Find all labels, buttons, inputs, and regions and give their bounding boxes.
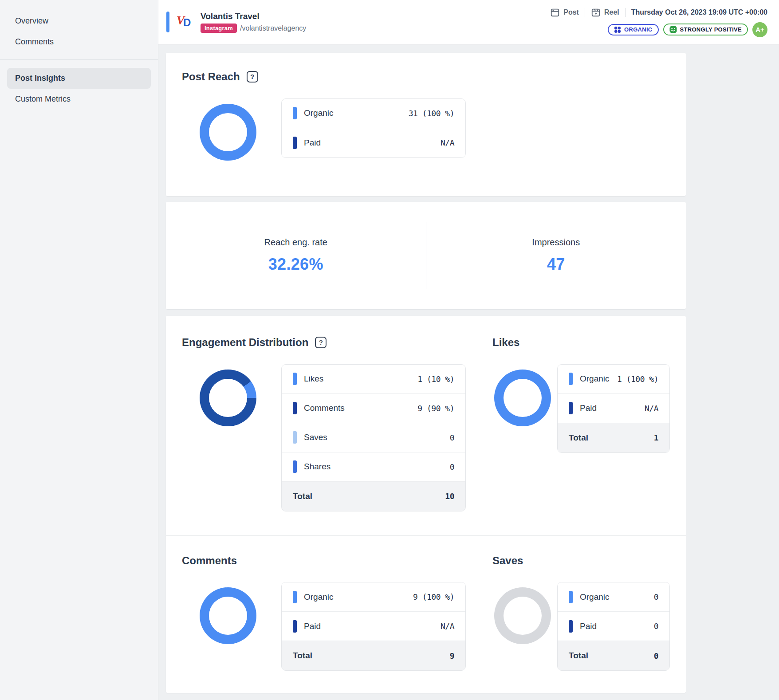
metric-label: Reach eng. rate bbox=[166, 237, 426, 248]
post-header: V D Volantis Travel Instagram /volantist… bbox=[158, 0, 779, 45]
saves-marker-icon bbox=[293, 431, 297, 444]
positive-sentiment-icon bbox=[669, 26, 677, 33]
likes-legend: Organic 1 (100 %) Paid N/A Total bbox=[557, 364, 670, 453]
likes-title: Likes bbox=[492, 336, 519, 349]
sentiment-badge-label: STRONGLY POSITIVE bbox=[680, 26, 742, 33]
organic-badge-label: ORGANIC bbox=[624, 26, 653, 33]
legend-row-paid: Paid 0 bbox=[558, 612, 669, 641]
post-timestamp: Thursday Oct 26, 2023 19:09 UTC +00:00 bbox=[631, 8, 767, 16]
saves-legend: Organic 0 Paid 0 Total bbox=[557, 582, 670, 671]
impressions-metric: Impressions 47 bbox=[426, 237, 686, 274]
network-badge: Instagram bbox=[201, 24, 237, 33]
paid-marker-icon bbox=[569, 402, 573, 414]
comments-marker-icon bbox=[293, 402, 297, 414]
likes-section: Likes Organic 1 (100 %) bbox=[484, 316, 686, 535]
legend-value: 9 bbox=[450, 651, 454, 661]
organic-marker-icon bbox=[569, 591, 573, 603]
engagement-distribution-donut-chart bbox=[200, 370, 256, 426]
post-reach-title: Post Reach bbox=[182, 71, 240, 83]
post-reach-panel: Post Reach ? Organic 31 (100 %) Paid bbox=[166, 53, 686, 196]
profile-handle[interactable]: /volantistravelagency bbox=[240, 24, 306, 32]
legend-label: Organic bbox=[580, 374, 610, 384]
content-area: Post Reach ? Organic 31 (100 %) Paid bbox=[158, 45, 779, 700]
sidebar-divider bbox=[0, 59, 158, 60]
separator bbox=[585, 8, 585, 17]
legend-label: Likes bbox=[304, 374, 323, 384]
likes-marker-icon bbox=[293, 373, 297, 385]
legend-label: Total bbox=[293, 651, 312, 661]
legend-value: N/A bbox=[441, 621, 454, 631]
legend-row-paid: Paid N/A bbox=[558, 394, 669, 423]
help-icon[interactable]: ? bbox=[315, 337, 327, 348]
metric-label: Impressions bbox=[426, 237, 686, 248]
comments-legend: Organic 9 (100 %) Paid N/A Total bbox=[281, 582, 466, 671]
legend-label: Paid bbox=[304, 621, 321, 631]
reach-eng-rate-metric: Reach eng. rate 32.26% bbox=[166, 237, 426, 274]
likes-donut-chart bbox=[494, 370, 551, 426]
legend-row-likes: Likes 1 (10 %) bbox=[282, 365, 465, 394]
organic-marker-icon bbox=[293, 107, 297, 119]
sentiment-badge: STRONGLY POSITIVE bbox=[663, 24, 748, 35]
comments-donut-chart bbox=[200, 587, 256, 644]
separator bbox=[625, 8, 626, 17]
main-area: V D Volantis Travel Instagram /volantist… bbox=[158, 0, 779, 700]
app-window: Overview Comments Post Insights Custom M… bbox=[0, 0, 779, 700]
legend-label: Comments bbox=[304, 403, 345, 413]
reel-icon bbox=[591, 8, 601, 17]
legend-label: Total bbox=[569, 651, 588, 661]
legend-value: 0 bbox=[654, 592, 658, 602]
organic-marker-icon bbox=[293, 591, 297, 603]
organic-badge: ORGANIC bbox=[608, 24, 659, 35]
legend-row-organic: Organic 1 (100 %) bbox=[558, 365, 669, 394]
legend-label: Organic bbox=[304, 108, 334, 118]
metric-value: 47 bbox=[426, 255, 686, 274]
legend-row-paid: Paid N/A bbox=[282, 612, 465, 641]
help-icon[interactable]: ? bbox=[247, 71, 258, 83]
engagement-panel-group: Engagement Distribution ? Likes 1 (10 %) bbox=[166, 316, 686, 693]
account-text-block: Volantis Travel Instagram /volantistrave… bbox=[201, 12, 306, 33]
organic-icon bbox=[614, 26, 621, 33]
legend-value: N/A bbox=[645, 404, 658, 413]
legend-row-total: Total 10 bbox=[282, 482, 465, 511]
reel-type-button[interactable]: Reel bbox=[591, 8, 619, 17]
sidebar-item-post-insights[interactable]: Post Insights bbox=[7, 68, 151, 89]
post-icon bbox=[550, 8, 560, 17]
legend-row-total: Total 1 bbox=[558, 423, 669, 452]
post-reach-legend: Organic 31 (100 %) Paid N/A bbox=[281, 98, 466, 158]
legend-value: 0 bbox=[654, 621, 658, 631]
metric-value: 32.26% bbox=[166, 255, 426, 274]
saves-donut-chart bbox=[494, 587, 551, 644]
legend-value: 10 bbox=[445, 492, 454, 501]
legend-value: 1 (10 %) bbox=[417, 374, 454, 384]
shares-marker-icon bbox=[293, 460, 297, 473]
legend-value: 0 bbox=[654, 651, 658, 661]
legend-row-total: Total 9 bbox=[282, 641, 465, 670]
legend-value: N/A bbox=[441, 138, 454, 147]
legend-value: 0 bbox=[450, 462, 454, 472]
paid-marker-icon bbox=[569, 620, 573, 633]
sidebar-item-overview[interactable]: Overview bbox=[0, 11, 158, 31]
legend-row-organic: Organic 31 (100 %) bbox=[282, 99, 465, 128]
legend-label: Paid bbox=[580, 621, 597, 631]
comments-title: Comments bbox=[182, 554, 237, 567]
legend-row-shares: Shares 0 bbox=[282, 452, 465, 482]
legend-value: 9 (100 %) bbox=[413, 592, 454, 602]
legend-label: Total bbox=[293, 492, 312, 501]
legend-value: 0 bbox=[450, 433, 454, 442]
account-avatar: V D bbox=[177, 13, 195, 31]
legend-row-paid: Paid N/A bbox=[282, 128, 465, 157]
accent-bar bbox=[166, 12, 169, 32]
key-metrics-panel: Reach eng. rate 32.26% Impressions 47 bbox=[166, 202, 686, 309]
legend-label: Paid bbox=[304, 138, 321, 148]
sidebar-item-comments[interactable]: Comments bbox=[0, 31, 158, 52]
legend-row-comments: Comments 9 (90 %) bbox=[282, 394, 465, 423]
sidebar-item-custom-metrics[interactable]: Custom Metrics bbox=[0, 89, 158, 110]
logo-letter-d: D bbox=[183, 16, 191, 29]
legend-label: Paid bbox=[580, 403, 597, 413]
post-type-button[interactable]: Post bbox=[550, 8, 579, 17]
paid-marker-icon bbox=[293, 137, 297, 149]
legend-label: Organic bbox=[304, 592, 334, 602]
legend-row-total: Total 0 bbox=[558, 641, 669, 670]
legend-row-saves: Saves 0 bbox=[282, 423, 465, 452]
comments-section: Comments Organic 9 (100 %) bbox=[166, 536, 484, 693]
